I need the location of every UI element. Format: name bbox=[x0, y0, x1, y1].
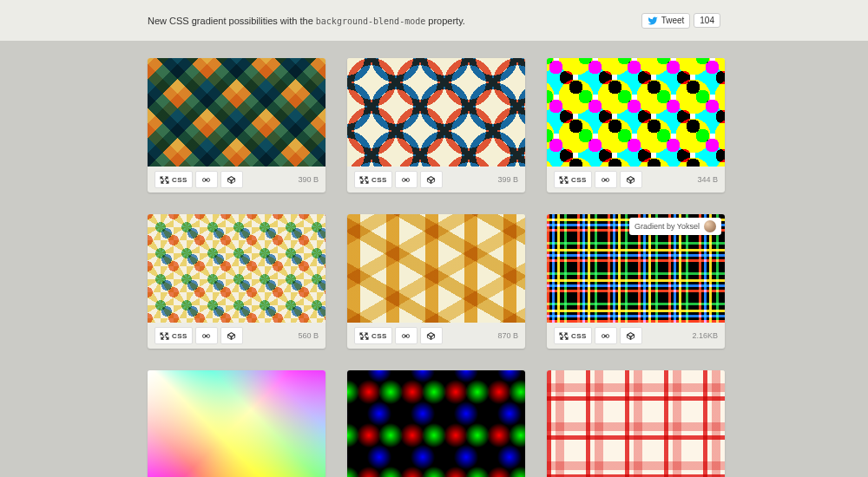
pattern-card: CSS 560 B bbox=[148, 214, 326, 349]
pattern-preview[interactable] bbox=[347, 58, 525, 167]
expand-icon bbox=[359, 331, 369, 341]
expand-icon bbox=[559, 331, 569, 341]
glasses-icon bbox=[601, 175, 610, 185]
header-description: New CSS gradient possibilities with the … bbox=[148, 16, 465, 26]
card-footer: CSS 344 B bbox=[547, 167, 725, 193]
codepen-icon bbox=[227, 175, 236, 185]
card-footer: CSS 390 B bbox=[148, 167, 326, 193]
codepen-icon bbox=[426, 175, 436, 185]
tweet-widget: Tweet 104 bbox=[641, 13, 720, 29]
attribution-text: Gradient by Yoksel bbox=[635, 222, 700, 231]
pattern-card: CSS 2.16KB Gradient by Yoksel bbox=[547, 214, 725, 349]
codepen-button[interactable] bbox=[220, 327, 243, 344]
view-button[interactable] bbox=[595, 327, 617, 344]
codepen-icon bbox=[626, 175, 635, 185]
css-label: CSS bbox=[172, 332, 187, 340]
view-button[interactable] bbox=[395, 171, 418, 188]
glasses-icon bbox=[401, 331, 411, 341]
codepen-icon bbox=[426, 331, 436, 341]
glasses-icon bbox=[201, 175, 211, 185]
css-button[interactable]: CSS bbox=[554, 327, 592, 344]
card-buttons: CSS bbox=[354, 327, 443, 344]
file-size: 2.16KB bbox=[692, 331, 718, 340]
card-buttons: CSS bbox=[554, 171, 642, 188]
css-button[interactable]: CSS bbox=[354, 327, 392, 344]
page-header: New CSS gradient possibilities with the … bbox=[0, 0, 868, 41]
card-footer: CSS 2.16KB bbox=[547, 323, 725, 349]
view-button[interactable] bbox=[595, 171, 617, 188]
css-label: CSS bbox=[571, 176, 587, 184]
file-size: 390 B bbox=[298, 175, 319, 184]
file-size: 870 B bbox=[497, 331, 518, 340]
card-footer: CSS 560 B bbox=[148, 323, 326, 349]
view-button[interactable] bbox=[195, 171, 218, 188]
pattern-preview[interactable] bbox=[347, 370, 525, 477]
avatar bbox=[704, 220, 716, 232]
pattern-card: CSS bbox=[148, 370, 326, 477]
glasses-icon bbox=[401, 175, 411, 185]
card-footer: CSS 870 B bbox=[347, 323, 525, 349]
tweet-count[interactable]: 104 bbox=[694, 13, 720, 28]
pattern-card: CSS 399 B bbox=[347, 58, 525, 193]
header-text-before: New CSS gradient possibilities with the bbox=[148, 16, 316, 26]
css-button[interactable]: CSS bbox=[155, 171, 193, 188]
css-label: CSS bbox=[172, 176, 187, 184]
header-code: background-blend-mode bbox=[316, 16, 425, 26]
css-button[interactable]: CSS bbox=[354, 171, 392, 188]
pattern-card: CSS 870 B bbox=[347, 214, 525, 349]
pattern-card: CSS bbox=[547, 370, 725, 477]
codepen-button[interactable] bbox=[620, 171, 642, 188]
tweet-label: Tweet bbox=[661, 16, 685, 25]
css-button[interactable]: CSS bbox=[554, 171, 592, 188]
pattern-preview[interactable] bbox=[148, 214, 326, 323]
codepen-button[interactable] bbox=[220, 171, 243, 188]
expand-icon bbox=[160, 175, 169, 185]
css-button[interactable]: CSS bbox=[155, 327, 193, 344]
expand-icon bbox=[559, 175, 569, 185]
codepen-icon bbox=[626, 331, 635, 341]
glasses-icon bbox=[601, 331, 610, 341]
pattern-preview[interactable] bbox=[547, 58, 725, 167]
css-label: CSS bbox=[372, 332, 387, 340]
expand-icon bbox=[160, 331, 169, 341]
pattern-card: CSS bbox=[347, 370, 525, 477]
file-size: 560 B bbox=[298, 331, 319, 340]
file-size: 344 B bbox=[697, 175, 718, 184]
tweet-button[interactable]: Tweet bbox=[641, 13, 691, 29]
codepen-icon bbox=[227, 331, 236, 341]
file-size: 399 B bbox=[497, 175, 518, 184]
card-buttons: CSS bbox=[554, 327, 642, 344]
header-text-after: property. bbox=[425, 16, 465, 26]
attribution-badge[interactable]: Gradient by Yoksel bbox=[629, 218, 721, 235]
pattern-card: CSS 390 B bbox=[148, 58, 326, 193]
pattern-grid: CSS 390 B CSS bbox=[0, 41, 868, 477]
expand-icon bbox=[359, 175, 369, 185]
pattern-preview[interactable] bbox=[148, 370, 326, 477]
pattern-preview[interactable] bbox=[347, 214, 525, 323]
view-button[interactable] bbox=[195, 327, 218, 344]
css-label: CSS bbox=[372, 176, 387, 184]
view-button[interactable] bbox=[395, 327, 418, 344]
twitter-icon bbox=[648, 16, 658, 26]
pattern-card: CSS 344 B bbox=[547, 58, 725, 193]
codepen-button[interactable] bbox=[420, 327, 443, 344]
pattern-preview[interactable] bbox=[547, 370, 725, 477]
glasses-icon bbox=[201, 331, 211, 341]
codepen-button[interactable] bbox=[620, 327, 642, 344]
pattern-preview[interactable] bbox=[148, 58, 326, 167]
card-buttons: CSS bbox=[155, 327, 243, 344]
card-footer: CSS 399 B bbox=[347, 167, 525, 193]
codepen-button[interactable] bbox=[420, 171, 443, 188]
css-label: CSS bbox=[571, 332, 587, 340]
card-buttons: CSS bbox=[354, 171, 443, 188]
card-buttons: CSS bbox=[155, 171, 243, 188]
